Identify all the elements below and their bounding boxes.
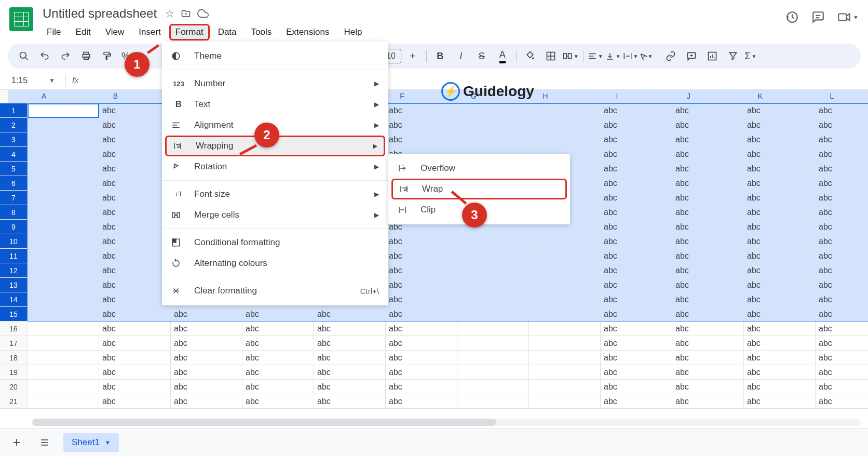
- cell[interactable]: abc: [386, 394, 457, 409]
- cell[interactable]: [457, 249, 529, 263]
- cell[interactable]: abc: [99, 220, 171, 234]
- cell[interactable]: [457, 118, 529, 132]
- cell[interactable]: abc: [601, 249, 672, 263]
- menu-view[interactable]: View: [99, 24, 131, 41]
- cell[interactable]: abc: [816, 191, 868, 205]
- cell[interactable]: abc: [314, 365, 386, 380]
- bold-icon[interactable]: B: [431, 47, 450, 65]
- comment-icon[interactable]: [811, 10, 825, 24]
- cell[interactable]: abc: [386, 307, 457, 321]
- cell[interactable]: [28, 220, 99, 234]
- menu-help[interactable]: Help: [337, 24, 368, 41]
- meet-icon[interactable]: ▼: [837, 10, 859, 24]
- cell[interactable]: abc: [816, 220, 868, 234]
- cell[interactable]: abc: [171, 365, 242, 380]
- cell[interactable]: abc: [99, 147, 171, 162]
- cell[interactable]: abc: [601, 132, 672, 147]
- cell[interactable]: [529, 307, 601, 321]
- cell[interactable]: [28, 249, 99, 263]
- cell[interactable]: abc: [672, 321, 744, 336]
- text-color-icon[interactable]: A: [493, 47, 512, 65]
- cell[interactable]: abc: [386, 249, 457, 263]
- menu-edit[interactable]: Edit: [69, 24, 97, 41]
- cell[interactable]: [529, 234, 601, 249]
- row-header-13[interactable]: 13: [0, 278, 27, 292]
- cell[interactable]: [28, 321, 99, 336]
- halign-icon[interactable]: ▼: [588, 47, 603, 65]
- paint-format-icon[interactable]: [98, 47, 116, 65]
- star-icon[interactable]: ☆: [165, 7, 174, 20]
- cell[interactable]: abc: [816, 336, 868, 351]
- cell[interactable]: abc: [171, 307, 242, 321]
- cell[interactable]: abc: [672, 205, 744, 220]
- cells-grid[interactable]: abcabcabcabcabcabcabcabcabcabcabcabcabca…: [28, 103, 868, 409]
- cell[interactable]: abc: [386, 132, 457, 147]
- redo-icon[interactable]: [56, 47, 75, 65]
- cell[interactable]: abc: [672, 249, 744, 263]
- row-header-11[interactable]: 11: [0, 249, 27, 263]
- cell[interactable]: abc: [816, 380, 868, 394]
- cell[interactable]: abc: [314, 380, 386, 394]
- print-icon[interactable]: [77, 47, 96, 65]
- menu-tools[interactable]: Tools: [245, 24, 278, 41]
- sheets-logo[interactable]: [9, 7, 33, 31]
- history-icon[interactable]: [785, 10, 799, 24]
- horizontal-scrollbar[interactable]: [32, 419, 861, 426]
- cell[interactable]: abc: [672, 292, 744, 307]
- cell[interactable]: abc: [744, 307, 816, 321]
- rotate-icon[interactable]: A▼: [640, 47, 653, 65]
- cell[interactable]: abc: [672, 380, 744, 394]
- column-header-L[interactable]: L: [796, 90, 868, 103]
- cell[interactable]: abc: [601, 380, 672, 394]
- row-header-8[interactable]: 8: [0, 205, 27, 220]
- cell[interactable]: abc: [386, 278, 457, 292]
- chart-icon[interactable]: [703, 47, 722, 65]
- cell[interactable]: [457, 263, 529, 278]
- cell[interactable]: abc: [242, 307, 314, 321]
- cell[interactable]: abc: [386, 321, 457, 336]
- cell[interactable]: [529, 132, 601, 147]
- wrapping-overflow[interactable]: Overflow: [388, 158, 570, 179]
- cell[interactable]: [28, 292, 99, 307]
- cell[interactable]: abc: [601, 263, 672, 278]
- menu-insert[interactable]: Insert: [132, 24, 167, 41]
- cell[interactable]: abc: [672, 278, 744, 292]
- cell[interactable]: abc: [744, 147, 816, 162]
- format-fontsize[interactable]: ᴛTFont size▶: [162, 184, 388, 205]
- cell[interactable]: abc: [744, 234, 816, 249]
- cell[interactable]: abc: [314, 307, 386, 321]
- cell[interactable]: abc: [816, 249, 868, 263]
- cell[interactable]: [28, 365, 99, 380]
- cell[interactable]: abc: [816, 351, 868, 365]
- cell[interactable]: [28, 162, 99, 176]
- cell[interactable]: [28, 147, 99, 162]
- menu-data[interactable]: Data: [212, 24, 243, 41]
- cell[interactable]: abc: [601, 220, 672, 234]
- cell[interactable]: abc: [744, 220, 816, 234]
- cell[interactable]: abc: [744, 351, 816, 365]
- row-header-3[interactable]: 3: [0, 132, 27, 147]
- format-clear[interactable]: Clear formattingCtrl+\: [162, 280, 388, 301]
- cloud-status-icon[interactable]: [197, 8, 209, 19]
- cell[interactable]: abc: [816, 365, 868, 380]
- cell[interactable]: abc: [99, 278, 171, 292]
- cell[interactable]: abc: [242, 321, 314, 336]
- cell[interactable]: abc: [99, 234, 171, 249]
- cell[interactable]: abc: [744, 380, 816, 394]
- cell[interactable]: abc: [816, 132, 868, 147]
- cell[interactable]: abc: [601, 162, 672, 176]
- row-header-17[interactable]: 17: [0, 336, 27, 351]
- cell[interactable]: [457, 380, 529, 394]
- row-header-10[interactable]: 10: [0, 234, 27, 249]
- cell[interactable]: abc: [601, 176, 672, 191]
- row-header-4[interactable]: 4: [0, 147, 27, 162]
- cell[interactable]: abc: [672, 336, 744, 351]
- cell[interactable]: [529, 118, 601, 132]
- cell[interactable]: abc: [99, 249, 171, 263]
- menu-file[interactable]: File: [40, 24, 67, 41]
- cell[interactable]: abc: [171, 380, 242, 394]
- cell[interactable]: abc: [744, 103, 816, 118]
- cell[interactable]: abc: [99, 191, 171, 205]
- cell[interactable]: abc: [386, 292, 457, 307]
- cell[interactable]: abc: [744, 336, 816, 351]
